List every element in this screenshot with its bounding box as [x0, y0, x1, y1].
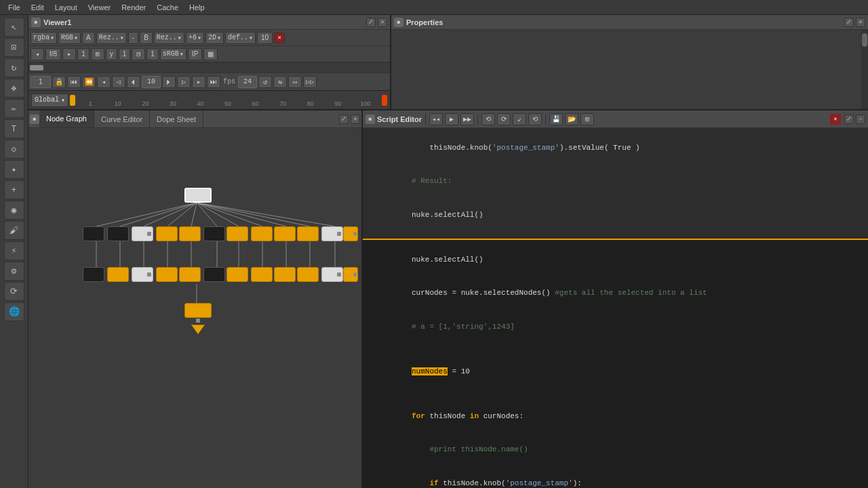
code-output[interactable]: thisNode.knob('postage_stamp').setValue(…	[363, 128, 868, 240]
loop-btn[interactable]: ↺	[258, 76, 272, 88]
script-btn-run-back[interactable]: ◂◂	[429, 113, 443, 125]
row2-node-5[interactable]	[179, 267, 201, 282]
viewer-float-btn[interactable]: ⤢	[366, 18, 376, 27]
row1-node-6[interactable]	[203, 226, 225, 241]
f8-btn[interactable]: f/8	[45, 48, 61, 60]
script-btn-load[interactable]: 📂	[565, 113, 578, 125]
framerange-mode[interactable]: Global ▾	[31, 94, 68, 107]
prev-frame-btn[interactable]: ◂	[31, 48, 44, 60]
script-btn-run[interactable]: ▶	[445, 113, 458, 125]
script-btn-1[interactable]: ⟲	[481, 113, 495, 125]
script-float-btn[interactable]: ⤢	[844, 115, 854, 124]
tool-select[interactable]: ⊡	[4, 38, 24, 57]
script-btn-3[interactable]: ↙	[513, 113, 526, 125]
waveform-btn[interactable]: ▦	[203, 48, 218, 60]
tool-paint[interactable]: 🖌	[4, 221, 24, 240]
row1-node-10[interactable]	[297, 226, 319, 241]
tool-refresh[interactable]: ⟳	[4, 282, 24, 301]
script-btn-step[interactable]: ▶▶	[460, 113, 474, 125]
menu-cache[interactable]: Cache	[151, 2, 184, 13]
script-btn-4[interactable]: ⟲	[528, 113, 542, 125]
row2-node-3[interactable]	[132, 267, 153, 282]
row2-node-12[interactable]	[343, 267, 358, 282]
step-back2-btn[interactable]: ◁	[112, 76, 125, 88]
srgb-dropdown[interactable]: sRGB ▾	[160, 48, 186, 60]
row1-node-9[interactable]	[274, 226, 296, 241]
row3-node[interactable]	[184, 303, 212, 318]
tool-settings[interactable]: ⚙	[4, 262, 24, 281]
tab-dope-sheet[interactable]: Dope Sheet	[150, 110, 203, 127]
nodegraph-float-btn[interactable]: ⤢	[339, 115, 349, 124]
rgb-dropdown[interactable]: RGB ▾	[58, 32, 81, 44]
close-x-btn[interactable]: ✕	[274, 33, 285, 43]
last-frame-btn[interactable]: ⏭	[207, 76, 220, 88]
row2-node-7[interactable]	[226, 267, 248, 282]
row1-node-4[interactable]	[156, 226, 178, 241]
menu-edit[interactable]: Edit	[26, 2, 50, 13]
menu-render[interactable]: Render	[116, 2, 151, 13]
menu-viewer[interactable]: Viewer	[83, 2, 116, 13]
frame-end-input[interactable]: 10	[142, 76, 161, 88]
row2-node-10[interactable]	[297, 267, 319, 282]
row1-node-11[interactable]	[321, 226, 343, 241]
tab-curve-editor[interactable]: Curve Editor	[94, 110, 150, 127]
play-all-btn[interactable]: ▷▷	[303, 76, 317, 88]
tool-arrow[interactable]: ↖	[4, 18, 24, 37]
row2-node-6[interactable]	[203, 267, 225, 282]
tool-draw[interactable]: ✏	[4, 99, 24, 118]
script-btn-copy[interactable]: ⊞	[580, 113, 594, 125]
next-frame-btn[interactable]: ▸	[62, 48, 76, 60]
row2-node-2[interactable]	[107, 267, 129, 282]
ip-btn[interactable]: IP	[188, 48, 202, 60]
properties-scrollbar[interactable]	[861, 30, 868, 109]
num10-btn[interactable]: 10	[257, 32, 273, 44]
row1-node-1[interactable]	[83, 226, 104, 241]
tool-pan[interactable]: ✥	[4, 79, 24, 98]
nodegraph-close-btn[interactable]: ✕	[351, 115, 360, 124]
menu-help[interactable]: Help	[184, 2, 210, 13]
def-dropdown[interactable]: def.. ▾	[225, 32, 256, 44]
row1-node-8[interactable]	[251, 226, 273, 241]
nodegraph-canvas[interactable]	[28, 128, 361, 488]
row1-node-7[interactable]	[226, 226, 248, 241]
script-minimize-btn[interactable]: –	[856, 115, 865, 124]
row2-node-8[interactable]	[251, 267, 273, 282]
rgba-dropdown[interactable]: rgba ▾	[31, 32, 57, 44]
script-btn-save[interactable]: 💾	[549, 113, 563, 125]
top-node[interactable]	[184, 188, 212, 203]
properties-close-btn[interactable]: ✕	[856, 18, 865, 27]
row2-node-1[interactable]	[83, 267, 104, 282]
row1-node-5[interactable]	[179, 226, 201, 241]
toolbar2-nav[interactable]: ⊞	[91, 48, 104, 60]
tool-shape[interactable]: ◇	[4, 140, 24, 159]
row1-node-12[interactable]	[343, 226, 358, 241]
tool-globe[interactable]: 🌐	[4, 302, 24, 321]
step-fwd3-btn[interactable]: ▸	[192, 76, 205, 88]
script-close-btn[interactable]: ✕	[830, 114, 841, 125]
channel-b[interactable]: B	[140, 32, 153, 44]
fps-value[interactable]: 24	[238, 76, 257, 88]
bounce-btn[interactable]: ⇆	[273, 76, 287, 88]
properties-float-btn[interactable]: ⤢	[844, 18, 854, 27]
res1-dropdown[interactable]: Rez.. ▾	[96, 32, 127, 44]
prev-key-btn[interactable]: ⏪	[82, 76, 96, 88]
menu-layout[interactable]: Layout	[50, 2, 83, 13]
tool-star[interactable]: ✦	[4, 160, 24, 179]
tool-add[interactable]: +	[4, 180, 24, 199]
step-fwd-btn[interactable]: ⏵	[162, 76, 176, 88]
row2-node-9[interactable]	[274, 267, 296, 282]
viewer-close-btn[interactable]: ✕	[378, 18, 387, 27]
code-input[interactable]: nuke.selectAll() curNodes = nuke.selecte…	[363, 240, 868, 488]
frame-input[interactable]: 1	[31, 76, 51, 88]
row2-node-11[interactable]	[321, 267, 343, 282]
channel-a[interactable]: A	[82, 32, 95, 44]
viewer-timeline[interactable]	[28, 62, 390, 73]
view2d-dropdown[interactable]: 2D ▾	[205, 32, 224, 44]
tool-text[interactable]: T	[4, 119, 24, 138]
toolbar2-grid[interactable]: ⊟	[132, 48, 145, 60]
play-once-btn[interactable]: ▭	[288, 76, 302, 88]
step-fwd2-btn[interactable]: ▷	[177, 76, 191, 88]
tool-magic[interactable]: ⚡	[4, 241, 24, 260]
menu-file[interactable]: File	[3, 2, 26, 13]
lock-btn[interactable]: 🔒	[52, 76, 66, 88]
